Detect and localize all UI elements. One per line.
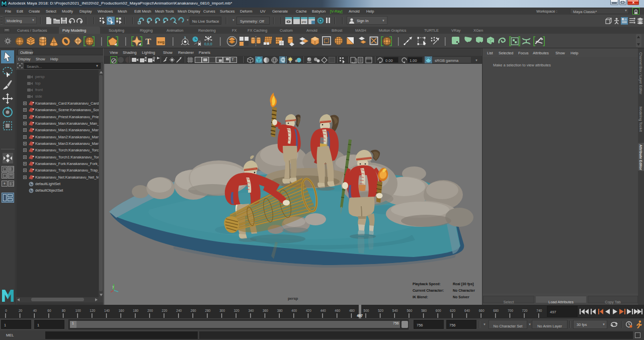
svg-text:460: 460 bbox=[335, 309, 340, 312]
svg-text:100: 100 bbox=[75, 309, 81, 312]
svg-text:660: 660 bbox=[479, 309, 485, 312]
svg-text:280: 280 bbox=[205, 309, 211, 312]
svg-text:320: 320 bbox=[234, 309, 239, 312]
svg-text:740: 740 bbox=[536, 309, 542, 312]
svg-text:IK Blend:: IK Blend: bbox=[413, 295, 428, 299]
svg-text:620: 620 bbox=[450, 309, 455, 312]
svg-text:120: 120 bbox=[90, 309, 95, 312]
svg-text:260: 260 bbox=[191, 309, 196, 312]
svg-text:180: 180 bbox=[133, 309, 138, 312]
svg-text:440: 440 bbox=[320, 309, 326, 312]
svg-text:700: 700 bbox=[508, 309, 513, 312]
svg-text:380: 380 bbox=[277, 309, 283, 312]
svg-text:140: 140 bbox=[104, 309, 110, 312]
svg-text:No Character: No Character bbox=[453, 289, 475, 292]
svg-text:680: 680 bbox=[493, 309, 499, 312]
svg-text:200: 200 bbox=[147, 309, 153, 312]
svg-text:580: 580 bbox=[421, 309, 427, 312]
svg-text:340: 340 bbox=[248, 309, 254, 312]
svg-text:560: 560 bbox=[407, 309, 412, 312]
svg-text:T: T bbox=[145, 37, 151, 46]
svg-text:720: 720 bbox=[522, 309, 528, 312]
svg-text:360: 360 bbox=[263, 309, 268, 312]
svg-text:Playback Speed:: Playback Speed: bbox=[413, 282, 441, 286]
svg-text:540: 540 bbox=[392, 309, 398, 312]
svg-text:80: 80 bbox=[62, 309, 66, 312]
svg-text:420: 420 bbox=[306, 309, 311, 312]
svg-text:Current Character:: Current Character: bbox=[413, 289, 444, 292]
svg-text:497: 497 bbox=[357, 314, 363, 317]
svg-text:640: 640 bbox=[464, 309, 470, 312]
svg-text:20: 20 bbox=[19, 309, 23, 312]
svg-text:520: 520 bbox=[378, 309, 383, 312]
svg-text:240: 240 bbox=[176, 309, 182, 312]
svg-text:500: 500 bbox=[364, 309, 369, 312]
svg-text:400: 400 bbox=[291, 309, 297, 312]
svg-text:60: 60 bbox=[47, 309, 51, 312]
svg-text:No Solver: No Solver bbox=[453, 295, 469, 299]
svg-text:0,0,0: 0,0,0 bbox=[204, 42, 212, 46]
svg-text:y: y bbox=[112, 285, 114, 289]
svg-text:Real [30 fps]: Real [30 fps] bbox=[453, 282, 474, 286]
svg-text:40: 40 bbox=[33, 309, 37, 312]
svg-text:1: 1 bbox=[184, 36, 186, 39]
svg-text:0: 0 bbox=[5, 309, 7, 312]
svg-text:160: 160 bbox=[119, 309, 124, 312]
svg-text:300: 300 bbox=[219, 309, 225, 312]
svg-text:600: 600 bbox=[436, 309, 441, 312]
svg-text:480: 480 bbox=[349, 309, 355, 312]
svg-text:220: 220 bbox=[162, 309, 168, 312]
svg-text:persp: persp bbox=[288, 296, 298, 301]
svg-text:svg: svg bbox=[157, 40, 165, 44]
svg-text:IPR: IPR bbox=[302, 21, 306, 24]
